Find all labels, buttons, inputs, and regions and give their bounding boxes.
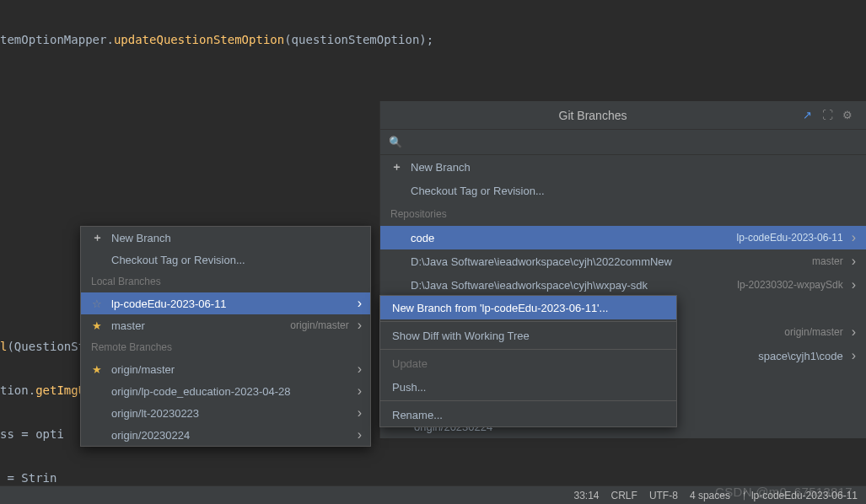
expand-icon[interactable]: ⛶ (817, 105, 837, 126)
local-branch-item-master[interactable]: ★ master origin/master (81, 314, 370, 336)
chevron-right-icon (852, 324, 856, 340)
chevron-right-icon (852, 348, 856, 363)
chevron-right-icon (358, 296, 362, 311)
code-line: = Strin (0, 467, 866, 485)
panel-header: Git Branches ↗ ⛶ ⚙ (380, 101, 866, 130)
remote-branch-item[interactable]: origin/lt-20230223 (81, 402, 370, 424)
chevron-right-icon (358, 362, 362, 377)
chevron-right-icon (358, 318, 362, 333)
repo-item[interactable]: D:\Java Software\ieadworkspace\cyjh\wxpa… (380, 273, 866, 297)
panel-title: Git Branches (389, 109, 797, 122)
checkout-tag-menuitem[interactable]: Checkout Tag or Revision... (81, 249, 370, 271)
update-menuitem: Update (380, 351, 676, 375)
chevron-right-icon (358, 383, 362, 399)
status-indent[interactable]: 4 spaces (690, 490, 730, 501)
branches-context-menu: ＋ New Branch Checkout Tag or Revision...… (80, 226, 371, 447)
remote-branch-item[interactable]: origin/lp-code_education-2023-04-28 (81, 380, 370, 402)
pin-icon[interactable]: ↗ (797, 105, 817, 126)
chevron-right-icon (852, 277, 856, 292)
new-branch-menuitem[interactable]: ＋ New Branch (380, 155, 866, 179)
plus-icon: ＋ (390, 159, 402, 174)
gear-icon[interactable]: ⚙ (837, 105, 858, 126)
repositories-header: Repositories (380, 202, 866, 226)
search-icon: 🔍 (389, 136, 402, 148)
chevron-right-icon (852, 254, 856, 269)
star-outline-icon: ☆ (91, 298, 103, 310)
local-branches-header: Local Branches (81, 271, 370, 292)
new-branch-from-menuitem[interactable]: New Branch from 'lp-codeEdu-2023-06-11'.… (380, 296, 676, 319)
push-menuitem[interactable]: Push... (380, 375, 676, 399)
search-row[interactable]: 🔍 (380, 130, 866, 155)
chevron-right-icon (852, 230, 856, 245)
rename-menuitem[interactable]: Rename... (380, 403, 676, 426)
branch-action-submenu: New Branch from 'lp-codeEdu-2023-06-11'.… (379, 295, 677, 427)
code-line: temOptionMapper.updateQuestionStemOption… (0, 29, 866, 51)
status-encoding[interactable]: UTF-8 (649, 490, 678, 501)
plus-icon: ＋ (91, 230, 103, 245)
chevron-right-icon (358, 405, 362, 421)
checkout-tag-menuitem[interactable]: Checkout Tag or Revision... (380, 179, 866, 202)
branch-search-input[interactable] (407, 136, 858, 148)
new-branch-menuitem[interactable]: ＋ New Branch (81, 227, 370, 249)
status-position[interactable]: 33:14 (574, 490, 600, 501)
status-lineending[interactable]: CRLF (611, 490, 637, 501)
star-icon: ★ (91, 319, 103, 332)
status-bar: 33:14 CRLF UTF-8 4 spaces ᚶ lp-codeEdu-2… (0, 485, 866, 504)
repo-item-selected[interactable]: code lp-codeEdu-2023-06-11 (380, 226, 866, 249)
repo-item[interactable]: D:\Java Software\ieadworkspace\cyjh\2022… (380, 249, 866, 273)
star-icon: ★ (91, 363, 103, 376)
remote-branches-header: Remote Branches (81, 336, 370, 358)
remote-branch-item[interactable]: origin/20230224 (81, 424, 370, 446)
chevron-right-icon (358, 427, 362, 442)
remote-branch-item[interactable]: ★ origin/master (81, 358, 370, 380)
show-diff-menuitem[interactable]: Show Diff with Working Tree (380, 324, 676, 347)
git-branch-icon: ᚶ (742, 490, 748, 501)
status-git-branch[interactable]: ᚶ lp-codeEdu-2023-06-11 (742, 490, 858, 501)
local-branch-item-selected[interactable]: ☆ lp-codeEdu-2023-06-11 (81, 292, 370, 314)
